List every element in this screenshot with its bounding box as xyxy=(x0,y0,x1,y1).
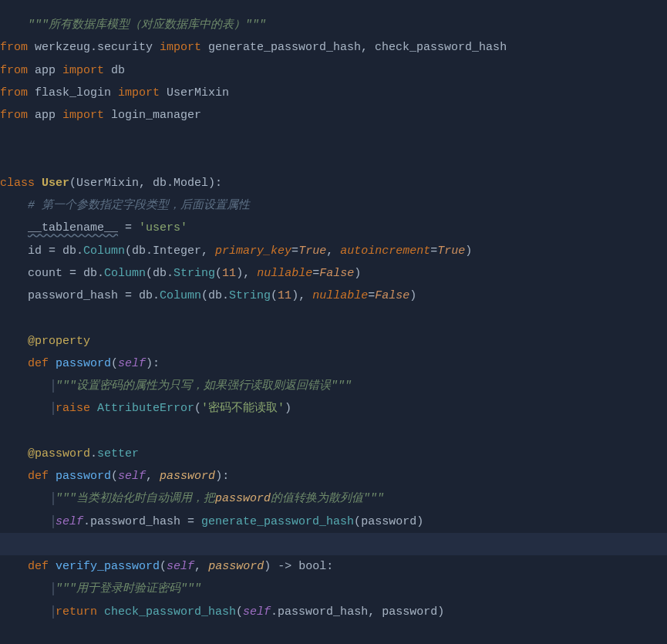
code-line: """当类初始化时自动调用，把password的值转换为散列值""" xyxy=(0,487,667,510)
code-line: count = db.Column(db.String(11), nullabl… xyxy=(0,262,667,285)
code-line: id = db.Column(db.Integer, primary_key=T… xyxy=(0,240,667,262)
code-line: class User(UserMixin, db.Model): xyxy=(0,172,667,194)
blank-line xyxy=(0,150,667,172)
blank-line xyxy=(0,533,667,555)
code-line: """设置密码的属性为只写，如果强行读取则返回错误""" xyxy=(0,375,667,397)
code-line: def password(self): xyxy=(0,352,667,375)
code-line: raise AttributeError('密码不能读取') xyxy=(0,397,667,420)
code-line: def password(self, password): xyxy=(0,465,667,487)
code-line: from flask_login import UserMixin xyxy=(0,82,667,104)
blank-line xyxy=(0,420,667,443)
code-editor[interactable]: """所有数据库模型（对应数据库中的表）""" from werkzeug.se… xyxy=(0,14,667,623)
code-line: """所有数据库模型（对应数据库中的表）""" xyxy=(0,14,667,36)
blank-line xyxy=(0,126,667,149)
code-line: password_hash = db.Column(db.String(11),… xyxy=(0,285,667,307)
blank-line xyxy=(0,307,667,329)
code-line: return check_password_hash(self.password… xyxy=(0,601,667,623)
code-line: __tablename__ = 'users' xyxy=(0,217,667,239)
code-line: # 第一个参数指定字段类型，后面设置属性 xyxy=(0,194,667,217)
code-line: self.password_hash = generate_password_h… xyxy=(0,511,667,533)
code-line: @property xyxy=(0,330,667,352)
code-line: def verify_password(self, password) -> b… xyxy=(0,555,667,578)
code-line: @password.setter xyxy=(0,443,667,465)
code-line: from app import login_manager xyxy=(0,104,667,126)
code-line: from werkzeug.security import generate_p… xyxy=(0,36,667,59)
code-line: """用于登录时验证密码""" xyxy=(0,578,667,600)
code-line: from app import db xyxy=(0,59,667,82)
